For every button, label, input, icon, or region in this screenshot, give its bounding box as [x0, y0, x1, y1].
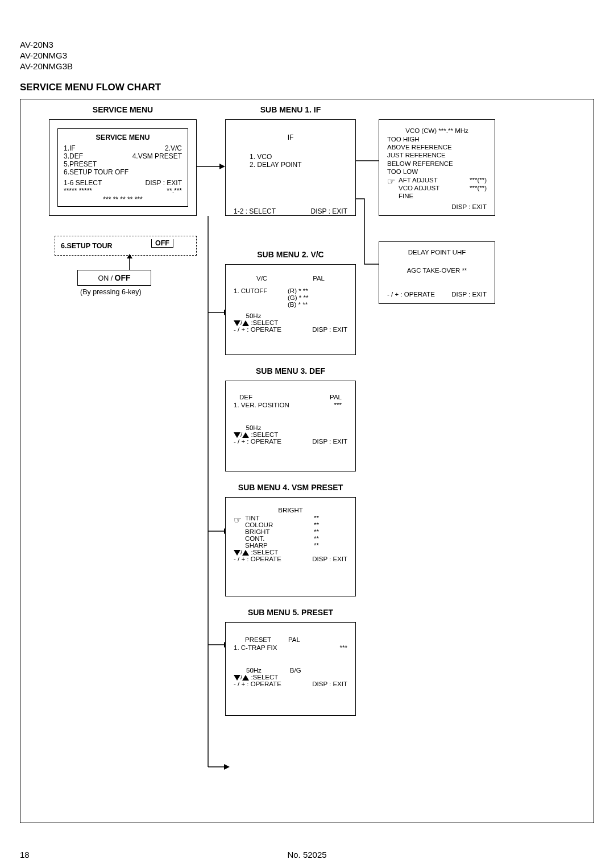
sub2-hdr-r: PAL	[313, 275, 325, 282]
setup-tour-box: 6.SETUP TOUR OFF	[55, 236, 197, 256]
sub2-hz: 50Hz	[234, 312, 273, 319]
doc-number: No. 52025	[0, 850, 614, 859]
arrow-up-icon	[126, 254, 137, 271]
sub3-sel: :SELECT	[251, 431, 278, 438]
vco-adj: VCO ADJUST	[399, 184, 439, 192]
sub2-sel: :SELECT	[251, 319, 278, 326]
on-off-box: ON / OFF	[77, 270, 151, 286]
service-menu-box: SERVICE MENU 1.IF2.V/C 3.DEF4.VSM PRESET…	[49, 119, 197, 216]
sub3-exit: DISP : EXIT	[312, 438, 347, 445]
sub4-r3-v: **	[314, 535, 319, 542]
delay-l2: AGC TAKE-OVER **	[387, 267, 487, 274]
svg-marker-3	[219, 164, 225, 169]
sub5-bg: B/G	[290, 667, 301, 674]
svc-stars-r: **.***	[167, 187, 182, 195]
sub2-r: (R) * **	[288, 287, 308, 294]
setup-tour-label: 6.SETUP TOUR	[61, 242, 113, 250]
sub5-val: ***	[340, 644, 347, 651]
delay-box: DELAY POINT UHF AGC TAKE-OVER ** - / + :…	[379, 241, 495, 304]
triangle-down-icon	[234, 432, 240, 438]
model-list: AV-20N3 AV-20NMG3 AV-20NMG3B	[20, 40, 594, 72]
svc-item-4: 4.VSM PRESET	[132, 153, 182, 161]
vco-l4: JUST REFERENCE	[387, 151, 487, 159]
sub3-box: DEFPAL 1. VER. POSITION*** 50Hz / :SELEC…	[225, 381, 356, 471]
hand-icon: ☞	[387, 176, 395, 201]
svc-item-2: 2.V/C	[165, 145, 182, 153]
triangle-up-icon	[242, 675, 249, 681]
service-menu-inner: SERVICE MENU 1.IF2.V/C 3.DEF4.VSM PRESET…	[57, 128, 188, 207]
delay-exit: DISP : EXIT	[451, 291, 487, 298]
arrow-right-icon	[197, 162, 225, 173]
sub4-sel: :SELECT	[251, 549, 278, 556]
triangle-down-icon	[234, 550, 240, 556]
delay-l1: DELAY POINT UHF	[387, 249, 487, 256]
hand-icon: ☞	[234, 515, 242, 549]
sub4-r2-l: BRIGHT	[245, 528, 269, 535]
triangle-down-icon	[234, 320, 240, 326]
sub4-op: - / + : OPERATE	[234, 556, 281, 562]
sub4-title: SUB MENU 4. VSM PRESET	[225, 483, 356, 492]
sub3-hz: 50Hz	[234, 424, 273, 431]
triangle-up-icon	[242, 550, 249, 556]
sub1-exit: DISP : EXIT	[311, 207, 347, 215]
svc-stars-bottom: *** ** ** ** ***	[64, 195, 182, 203]
triangle-up-icon	[242, 432, 249, 438]
svc-select: 1-6 SELECT	[64, 180, 102, 187]
sub5-hdr-l: PRESET	[245, 636, 271, 643]
vco-l5: BELOW REFERENCE	[387, 160, 487, 168]
service-menu-inner-header: SERVICE MENU	[64, 133, 182, 141]
vco-exit: DISP : EXIT	[387, 203, 487, 211]
sub3-hdr-r: PAL	[330, 394, 342, 400]
triangle-down-icon	[234, 675, 240, 681]
sub4-r1-l: COLOUR	[245, 521, 273, 528]
svc-exit: DISP : EXIT	[146, 180, 182, 187]
vco-l1: VCO (CW) ***.** MHz	[387, 127, 487, 135]
sub5-item: 1. C-TRAP FIX	[234, 644, 277, 651]
sub4-r0-v: **	[314, 515, 319, 521]
sub3-item: 1. VER. POSITION	[234, 402, 289, 408]
sub1-title: SUB MENU 1. IF	[225, 105, 356, 114]
svc-item-6: 6.SETUP TOUR OFF	[64, 169, 128, 177]
on-off-sep: /	[109, 274, 114, 282]
sub1-hdr: IF	[234, 133, 347, 141]
sub2-op: - / + : OPERATE	[234, 326, 281, 333]
sub4-r3-l: CONT.	[245, 535, 265, 542]
off-label: OFF	[115, 273, 131, 282]
vco-box: VCO (CW) ***.** MHz TOO HIGH ABOVE REFER…	[379, 119, 495, 216]
sub2-b: (B) * **	[288, 301, 308, 308]
sub5-exit: DISP : EXIT	[312, 681, 347, 687]
sub5-hz: 50Hz	[246, 667, 262, 674]
sub5-op: - / + : OPERATE	[234, 681, 281, 687]
model-1: AV-20N3	[20, 40, 594, 51]
vco-adj-v: ***(**)	[470, 184, 487, 192]
sub4-r0-l: TINT	[245, 515, 260, 521]
on-label: ON	[98, 274, 109, 282]
sub2-exit: DISP : EXIT	[312, 326, 347, 333]
vco-l2: TOO HIGH	[387, 135, 487, 143]
svg-marker-1	[127, 254, 132, 258]
sub3-val: ***	[334, 402, 342, 408]
service-menu-header: SERVICE MENU	[49, 105, 197, 114]
sub1-select: 1-2 : SELECT	[234, 207, 276, 215]
svc-stars-l: ***** *****	[64, 187, 92, 195]
model-3: AV-20NMG3B	[20, 61, 594, 72]
svc-item-1: 1.IF	[64, 145, 76, 153]
svc-item-3: 3.DEF	[64, 153, 83, 161]
vco-l6: TOO LOW	[387, 168, 487, 176]
triangle-up-icon	[242, 320, 249, 326]
sub5-box: PRESETPAL 1. C-TRAP FIX*** 50HzB/G / :SE…	[225, 622, 356, 716]
sub1-box: IF 1. VCO 2. DELAY POINT 1-2 : SELECT DI…	[225, 119, 356, 216]
sub2-hdr-l: V/C	[256, 275, 267, 282]
sub1-item1: 1. VCO	[250, 153, 347, 161]
delay-op: - / + : OPERATE	[387, 291, 435, 298]
vco-fine: FINE	[399, 192, 487, 200]
sub4-exit: DISP : EXIT	[312, 556, 347, 562]
sub2-box: V/CPAL 1. CUTOFF (R) * ** (G) * ** (B) *…	[225, 264, 356, 355]
sub5-title: SUB MENU 5. PRESET	[225, 608, 356, 617]
sub3-title: SUB MENU 3. DEF	[225, 366, 356, 375]
sub2-item: 1. CUTOFF	[234, 287, 288, 308]
sub4-r2-v: **	[314, 528, 319, 535]
sub4-hdr: BRIGHT	[234, 507, 347, 514]
sub1-item2: 2. DELAY POINT	[250, 161, 347, 169]
sub4-r1-v: **	[314, 521, 319, 528]
